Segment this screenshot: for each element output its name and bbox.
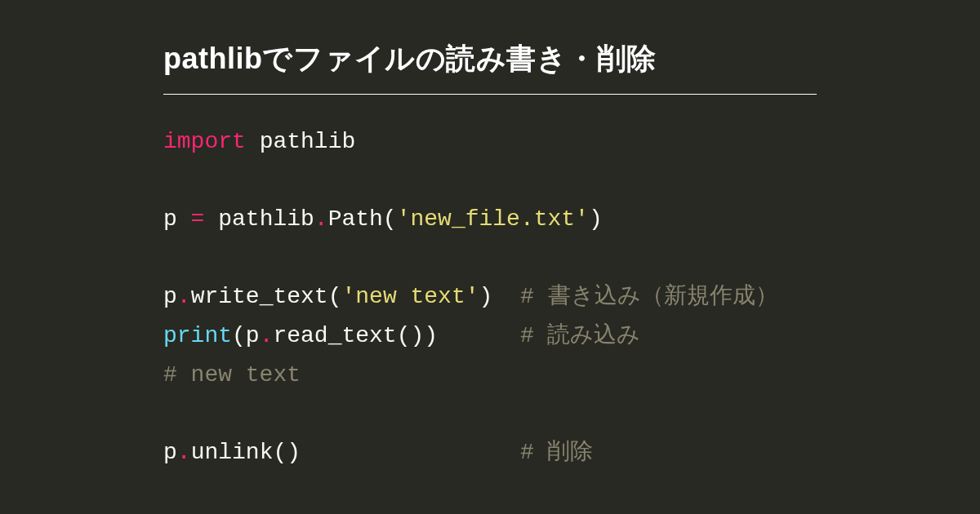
code-token: = — [191, 206, 205, 232]
code-line: p.write_text('new text') # 書き込み（新規作成） — [163, 284, 778, 309]
code-line: p = pathlib.Path('new_file.txt') — [163, 206, 603, 232]
code-line: p.unlink() # 削除 — [163, 440, 594, 465]
code-block: import pathlib p = pathlib.Path('new_fil… — [163, 122, 817, 472]
code-token: . — [177, 440, 191, 465]
code-token: . — [314, 206, 328, 232]
code-token: (p — [232, 323, 260, 348]
code-token: pathlib — [204, 206, 314, 232]
code-token: p — [163, 284, 177, 309]
code-token: unlink() — [191, 440, 520, 465]
code-token: 'new_file.txt' — [397, 206, 589, 232]
code-token: write_text( — [191, 284, 342, 309]
code-token: print — [163, 323, 232, 348]
code-token: import — [163, 129, 246, 154]
code-token: 'new text' — [341, 284, 479, 309]
code-token: . — [260, 323, 274, 348]
code-token: pathlib — [246, 129, 355, 154]
code-token: # 削除 — [520, 440, 594, 465]
code-token: # 書き込み（新規作成） — [520, 284, 778, 309]
code-token: p — [163, 206, 191, 232]
code-line: import pathlib — [163, 129, 355, 154]
code-token: read_text()) — [273, 323, 519, 348]
code-line: # new text — [163, 362, 301, 388]
code-token: Path( — [328, 206, 397, 232]
code-line: print(p.read_text()) # 読み込み — [163, 323, 641, 348]
code-token: # new text — [163, 362, 301, 388]
page-title: pathlibでファイルの読み書き・削除 — [163, 39, 817, 95]
code-token: . — [177, 284, 191, 309]
code-token: ) — [589, 206, 603, 232]
code-token: ) — [479, 284, 520, 309]
code-token: # 読み込み — [520, 323, 641, 348]
code-token: p — [163, 440, 177, 465]
